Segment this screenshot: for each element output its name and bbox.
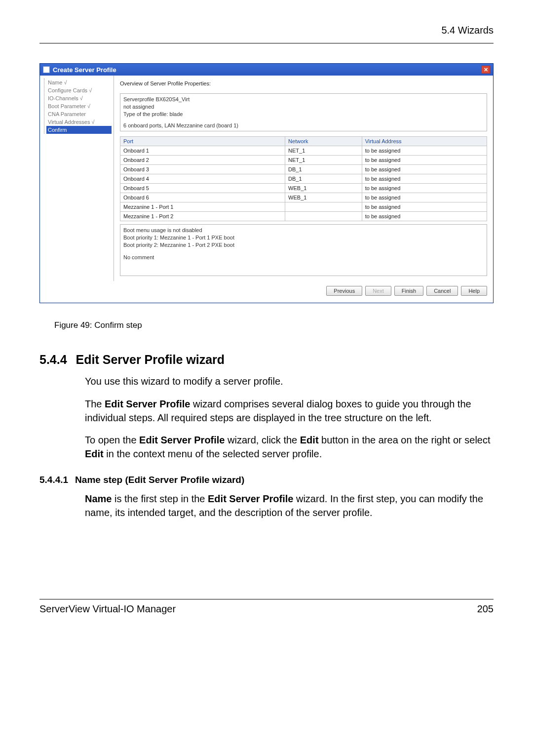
- profile-summary-box: Serverprofile BX620S4_Virt not assigned …: [120, 93, 487, 131]
- para-544-2: The Edit Server Profile wizard comprises…: [85, 398, 494, 425]
- boot-line-usage: Boot menu usage is not disabled: [123, 227, 484, 234]
- tree-item-configure-cards[interactable]: Configure Cards √: [46, 86, 112, 94]
- help-button[interactable]: Help: [461, 286, 487, 296]
- section-number: 5.4.4: [39, 353, 67, 367]
- boot-line-priority2: Boot priority 2: Mezzanine 1 - Port 2 PX…: [123, 241, 484, 249]
- text-span: is the first step in the: [112, 493, 208, 504]
- figure-caption: Figure 49: Confirm step: [54, 320, 494, 330]
- table-row: Onboard 4DB_1to be assigned: [120, 174, 487, 184]
- tree-item-boot-parameter[interactable]: Boot Parameter √: [46, 102, 112, 110]
- dialog-app-icon: [43, 66, 50, 73]
- bold-edit: Edit: [300, 435, 319, 445]
- section-title: Edit Server Profile wizard: [76, 353, 225, 367]
- cell-network: WEB_1: [285, 184, 362, 193]
- tree-item-cna-parameter[interactable]: CNA Parameter: [46, 110, 112, 118]
- para-544-1: You use this wizard to modify a server p…: [85, 375, 494, 389]
- bold-edit-server-profile: Edit Server Profile: [105, 398, 190, 409]
- summary-line-profile: Serverprofile BX620S4_Virt: [123, 96, 484, 103]
- table-row: Onboard 2NET_1to be assigned: [120, 156, 487, 165]
- table-row: Onboard 1NET_1to be assigned: [120, 146, 487, 156]
- text-span: To open the: [85, 435, 139, 445]
- dialog-title: Create Server Profile: [53, 66, 116, 74]
- table-row: Onboard 5WEB_1to be assigned: [120, 184, 487, 193]
- tree-item-confirm[interactable]: Confirm: [46, 126, 112, 134]
- cell-addr: to be assigned: [362, 174, 487, 184]
- section-heading-544: 5.4.4 Edit Server Profile wizard: [39, 353, 494, 367]
- text-span: in the context menu of the selected serv…: [104, 448, 322, 459]
- cell-port: Mezzanine 1 - Port 1: [120, 202, 285, 212]
- table-row: Mezzanine 1 - Port 1to be assigned: [120, 202, 487, 212]
- cell-network: NET_1: [285, 156, 362, 165]
- footer-left: ServerView Virtual-IO Manager: [39, 603, 176, 615]
- boot-line-comment: No comment: [123, 254, 484, 261]
- page-footer: ServerView Virtual-IO Manager 205: [39, 599, 494, 615]
- cell-addr: to be assigned: [362, 193, 487, 202]
- overview-label: Overview of Server Profile Properties:: [120, 80, 487, 86]
- cancel-button[interactable]: Cancel: [426, 286, 458, 296]
- close-icon[interactable]: ✕: [481, 66, 490, 74]
- cell-network: DB_1: [285, 174, 362, 184]
- header-rule: [39, 43, 494, 43]
- cell-addr: to be assigned: [362, 156, 487, 165]
- create-server-profile-dialog: Create Server Profile ✕ Name √ Configure…: [39, 63, 494, 303]
- text-span: wizard, click the: [225, 435, 300, 445]
- cell-port: Onboard 4: [120, 174, 285, 184]
- footer-page-number: 205: [477, 603, 494, 615]
- bold-edit: Edit: [85, 448, 104, 459]
- para-544-3: To open the Edit Server Profile wizard, …: [85, 434, 494, 461]
- table-row: Onboard 6WEB_1to be assigned: [120, 193, 487, 202]
- subsection-number: 5.4.4.1: [39, 475, 68, 485]
- cell-network: WEB_1: [285, 193, 362, 202]
- bold-edit-server-profile: Edit Server Profile: [208, 493, 293, 504]
- next-button: Next: [365, 286, 391, 296]
- cell-port: Onboard 5: [120, 184, 285, 193]
- tree-item-virtual-addresses[interactable]: Virtual Addresses √: [46, 118, 112, 126]
- cell-addr: to be assigned: [362, 146, 487, 156]
- boot-line-priority1: Boot priority 1: Mezzanine 1 - Port 1 PX…: [123, 234, 484, 241]
- cell-addr: to be assigned: [362, 184, 487, 193]
- col-virtual-address: Virtual Address: [362, 137, 487, 146]
- text-span: button in the area on the right or selec…: [319, 435, 491, 445]
- subsection-title: Name step (Edit Server Profile wizard): [75, 475, 244, 485]
- section-heading-5441: 5.4.4.1 Name step (Edit Server Profile w…: [39, 475, 494, 485]
- table-row: Mezzanine 1 - Port 2to be assigned: [120, 212, 487, 221]
- cell-port: Mezzanine 1 - Port 2: [120, 212, 285, 221]
- boot-summary-box: Boot menu usage is not disabled Boot pri…: [120, 224, 487, 276]
- cell-port: Onboard 1: [120, 146, 285, 156]
- wizard-tree: Name √ Configure Cards √ IO-Channels √ B…: [40, 76, 114, 281]
- footer-rule: [39, 599, 494, 599]
- bold-edit-server-profile: Edit Server Profile: [139, 435, 225, 445]
- summary-line-ports: 6 onboard ports, LAN Mezzanine card (boa…: [123, 122, 484, 129]
- tree-item-name[interactable]: Name √: [46, 79, 112, 86]
- finish-button[interactable]: Finish: [394, 286, 423, 296]
- dialog-footer: Previous Next Finish Cancel Help: [40, 281, 493, 303]
- cell-addr: to be assigned: [362, 202, 487, 212]
- tree-item-io-channels[interactable]: IO-Channels √: [46, 94, 112, 102]
- cell-network: DB_1: [285, 165, 362, 174]
- ports-table: Port Network Virtual Address Onboard 1NE…: [120, 136, 487, 221]
- dialog-main: Overview of Server Profile Properties: S…: [114, 76, 493, 281]
- cell-port: Onboard 3: [120, 165, 285, 174]
- header-section-ref: 5.4 Wizards: [39, 25, 494, 36]
- table-row: Onboard 3DB_1to be assigned: [120, 165, 487, 174]
- para-5441-1: Name is the first step in the Edit Serve…: [85, 492, 494, 519]
- cell-network: [285, 212, 362, 221]
- summary-line-type: Type of the profile: blade: [123, 111, 484, 118]
- bold-name: Name: [85, 493, 112, 504]
- cell-addr: to be assigned: [362, 212, 487, 221]
- dialog-titlebar: Create Server Profile ✕: [40, 64, 493, 76]
- cell-network: [285, 202, 362, 212]
- previous-button[interactable]: Previous: [326, 286, 362, 296]
- text-span: The: [85, 398, 105, 409]
- cell-port: Onboard 2: [120, 156, 285, 165]
- cell-addr: to be assigned: [362, 165, 487, 174]
- col-network: Network: [285, 137, 362, 146]
- cell-port: Onboard 6: [120, 193, 285, 202]
- summary-line-assigned: not assigned: [123, 103, 484, 111]
- cell-network: NET_1: [285, 146, 362, 156]
- col-port: Port: [120, 137, 285, 146]
